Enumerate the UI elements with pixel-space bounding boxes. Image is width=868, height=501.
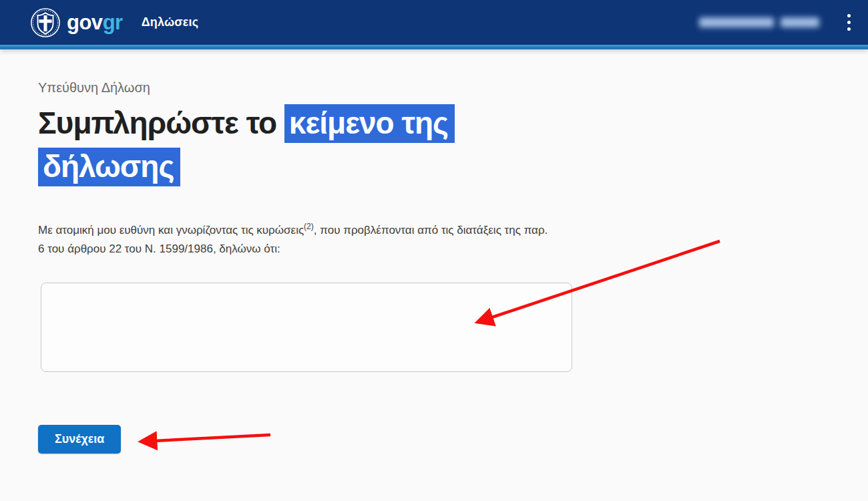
continue-button[interactable]: Συνέχεια — [38, 425, 121, 454]
legal-text-part1: Με ατομική μου ευθύνη και γνωρίζοντας τι… — [38, 224, 304, 236]
page-title: Συμπληρώστε το κείμενο της δήλωσης — [38, 102, 525, 188]
logo-text: govgr — [67, 12, 123, 33]
declaration-legal-text: Με ατομική μου ευθύνη και γνωρίζοντας τι… — [38, 221, 552, 259]
page-title-normal-text: Συμπληρώστε το — [38, 106, 284, 140]
kebab-menu-button[interactable] — [842, 10, 856, 35]
service-title[interactable]: Δηλώσεις — [142, 15, 199, 29]
greek-coat-of-arms-icon — [30, 7, 61, 38]
header-right — [699, 10, 856, 35]
vertical-dots-icon — [847, 27, 851, 31]
footnote-marker: (2) — [304, 222, 314, 231]
logo-gr: gr — [103, 11, 123, 34]
declaration-text-input[interactable] — [41, 283, 572, 372]
logo-gov: gov — [67, 11, 103, 34]
username-redacted — [699, 17, 819, 27]
username-blur-segment — [781, 17, 819, 27]
govgr-logo[interactable]: govgr — [30, 7, 123, 38]
vertical-dots-icon — [847, 14, 851, 17]
header-accent-stripe — [0, 45, 868, 49]
service-eyebrow-label: Υπεύθυνη Δήλωση — [38, 79, 830, 96]
header: govgr Δηλώσεις — [0, 0, 868, 45]
vertical-dots-icon — [847, 21, 851, 24]
username-blur-segment — [699, 17, 774, 27]
main-content: Υπεύθυνη Δήλωση Συμπληρώστε το κείμενο τ… — [0, 49, 868, 454]
